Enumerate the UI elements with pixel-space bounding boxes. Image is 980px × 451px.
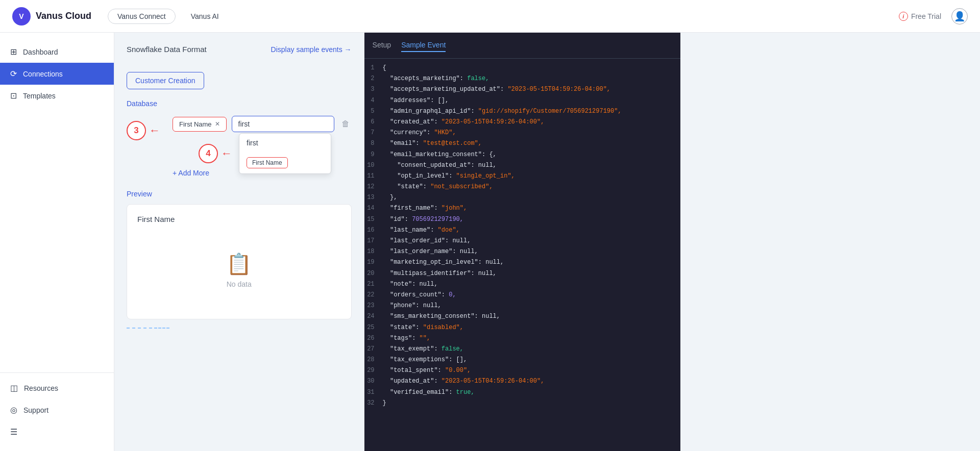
field-tag-label: First Name [179, 120, 212, 128]
code-line: 23 "phone": null, [364, 300, 680, 311]
sidebar-item-support[interactable]: ◎ Support [0, 399, 114, 421]
code-line: 26 "tags": "", [364, 333, 680, 344]
logo-area: V Vanus Cloud [12, 7, 91, 26]
sidebar-label-support: Support [23, 406, 48, 414]
code-line: 22 "orders_count": 0, [364, 290, 680, 300]
code-panel-tabs: Setup Sample Event [364, 33, 680, 59]
code-line: 20 "multipass_identifier": null, [364, 268, 680, 279]
sidebar-label-connections: Connections [23, 70, 63, 78]
code-line: 31 "verified_email": true, [364, 387, 680, 398]
user-avatar[interactable]: 👤 [951, 8, 968, 24]
code-line: 8 "email": "test@test.com", [364, 138, 680, 149]
sidebar-item-dashboard[interactable]: ⊞ Dashboard [0, 41, 114, 63]
code-line: 16 "last_name": "doe", [364, 225, 680, 236]
format-header: Snowflake Data Format Display sample eve… [127, 45, 352, 54]
code-line: 30 "updated_at": "2023-05-15T04:59:26-04… [364, 376, 680, 387]
code-line: 11 "opt_in_level": "single_opt_in", [364, 171, 680, 182]
sidebar-item-connections[interactable]: ⟳ Connections [0, 63, 114, 85]
delete-field-icon[interactable]: 🗑 [339, 117, 352, 131]
code-line: 17 "last_order_id": null, [364, 236, 680, 246]
info-icon: i [899, 12, 908, 21]
code-line: 32} [364, 398, 680, 409]
code-line: 24 "sms_marketing_consent": null, [364, 311, 680, 322]
code-line: 29 "total_spent": "0.00", [364, 365, 680, 376]
connections-icon: ⟳ [10, 69, 17, 79]
code-line: 2 "accepts_marketing": false, [364, 73, 680, 84]
sidebar-item-menu[interactable]: ☰ [0, 421, 114, 443]
no-data-text: No data [227, 280, 252, 288]
code-line: 9 "email_marketing_consent": {, [364, 149, 680, 160]
menu-icon: ☰ [10, 427, 17, 437]
templates-icon: ⊡ [10, 91, 17, 101]
format-title: Snowflake Data Format [127, 45, 207, 54]
nav-buttons: Vanus Connect Vanus AI [108, 9, 228, 24]
code-line: 25 "state": "disabled", [364, 322, 680, 333]
no-data-icon: 📋 [226, 252, 252, 276]
preview-field-name: First Name [137, 215, 341, 223]
preview-box: First Name 📋 No data [127, 204, 352, 319]
tab-sample-event[interactable]: Sample Event [401, 39, 446, 52]
code-line: 28 "tax_exemptions": [], [364, 355, 680, 365]
app-title: Vanus Cloud [36, 11, 91, 21]
logo-icon: V [12, 7, 31, 26]
preview-label: Preview [127, 190, 352, 198]
main-layout: ⊞ Dashboard ⟳ Connections ⊡ Templates ◫ … [0, 0, 980, 451]
vanus-ai-button[interactable]: Vanus AI [182, 9, 228, 24]
vanus-connect-button[interactable]: Vanus Connect [108, 9, 176, 24]
code-line: 21 "note": null, [364, 279, 680, 290]
customer-creation-tab[interactable]: Customer Creation [127, 64, 352, 99]
code-line: 6 "created_at": "2023-05-15T04:59:26-04:… [364, 117, 680, 128]
sidebar-label-resources: Resources [24, 384, 58, 392]
sidebar: ⊞ Dashboard ⟳ Connections ⊡ Templates ◫ … [0, 33, 114, 451]
left-panel: Snowflake Data Format Display sample eve… [114, 33, 364, 451]
code-line: 18 "last_order_name": null, [364, 246, 680, 257]
code-line: 7 "currency": "HKD", [364, 128, 680, 138]
dropdown-item-firstname[interactable]: 4 ← First Name [239, 152, 331, 173]
code-line: 3 "accepts_marketing_updated_at": "2023-… [364, 84, 680, 95]
field-tag: First Name ✕ [173, 117, 227, 132]
code-line: 15 "id": 7056921297190, [364, 214, 680, 225]
code-line: 4 "addresses": [], [364, 95, 680, 106]
code-line: 13 }, [364, 192, 680, 203]
tab-setup[interactable]: Setup [373, 39, 391, 52]
customer-tab-label[interactable]: Customer Creation [127, 72, 204, 89]
sidebar-label-dashboard: Dashboard [23, 48, 58, 56]
code-line: 19 "marketing_opt_in_level": null, [364, 257, 680, 268]
field-input[interactable] [232, 116, 334, 132]
field-section: 3 ← First Name ✕ 🗑 first [173, 116, 352, 178]
sidebar-label-templates: Templates [23, 92, 56, 100]
code-panel: Setup Sample Event 1{2 "accepts_marketin… [364, 33, 680, 451]
code-line: 1{ [364, 63, 680, 73]
field-row: First Name ✕ 🗑 first [173, 116, 352, 132]
code-line: 27 "tax_exempt": false, [364, 344, 680, 355]
top-nav: V Vanus Cloud Vanus Connect Vanus AI i F… [0, 0, 980, 33]
dropdown-item-first[interactable]: first [239, 134, 331, 152]
support-icon: ◎ [10, 405, 17, 415]
free-trial-label: Free Trial [911, 12, 941, 20]
content-area: Snowflake Data Format Display sample eve… [114, 33, 680, 451]
dashed-decoration [127, 328, 352, 329]
step-4-circle: 4 [199, 144, 218, 163]
field-tag-close[interactable]: ✕ [215, 120, 220, 128]
add-more-button[interactable]: + Add More [173, 169, 209, 177]
dropdown-tag-firstname: First Name [247, 157, 288, 168]
step-3-circle: 3 [127, 121, 146, 140]
resources-icon: ◫ [10, 383, 18, 393]
sample-events-link[interactable]: Display sample events → [271, 45, 352, 54]
free-trial-button[interactable]: i Free Trial [899, 12, 941, 21]
code-content: 1{2 "accepts_marketing": false,3 "accept… [364, 59, 680, 413]
step-3-arrow: ← [149, 124, 160, 137]
code-line: 10 "consent_updated_at": null, [364, 160, 680, 171]
right-panel: Setup Sample Event 1{2 "accepts_marketin… [364, 33, 680, 451]
database-section-label: Database [127, 99, 352, 108]
code-line: 12 "state": "not_subscribed", [364, 182, 680, 192]
code-line: 5 "admin_graphql_api_id": "gid://shopify… [364, 106, 680, 117]
step-4-arrow: ← [221, 147, 232, 160]
step-3-annotation: 3 ← [127, 121, 160, 140]
sidebar-item-resources[interactable]: ◫ Resources [0, 377, 114, 399]
sidebar-item-templates[interactable]: ⊡ Templates [0, 85, 114, 107]
dashboard-icon: ⊞ [10, 47, 17, 57]
preview-section: Preview First Name 📋 No data [127, 190, 352, 319]
code-line: 14 "first_name": "john", [364, 203, 680, 214]
step-4-annotation: 4 ← [199, 144, 232, 163]
